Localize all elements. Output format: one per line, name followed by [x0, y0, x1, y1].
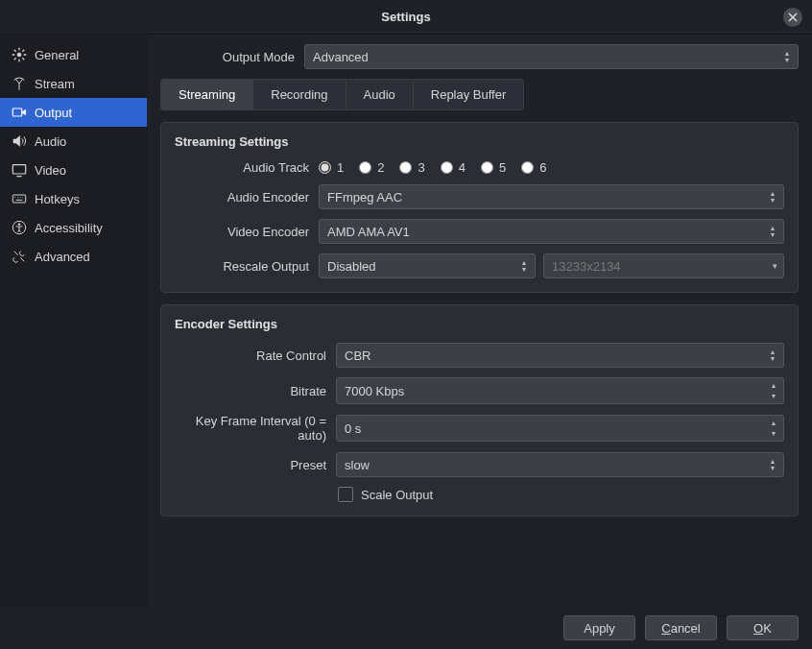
audio-track-1[interactable]: 1 — [319, 160, 344, 175]
sidebar-item-label: Accessibility — [35, 221, 103, 235]
audio-track-5[interactable]: 5 — [481, 160, 506, 175]
video-encoder-label: Video Encoder — [175, 225, 319, 239]
bitrate-label: Bitrate — [175, 384, 336, 398]
bitrate-input[interactable]: 7000 Kbps ▲▼ — [336, 377, 784, 404]
apply-button[interactable]: Apply — [563, 615, 635, 640]
svg-rect-3 — [12, 195, 25, 203]
svg-rect-1 — [12, 108, 21, 116]
sidebar-item-stream[interactable]: Stream — [0, 69, 147, 98]
sidebar-item-label: Audio — [35, 134, 66, 149]
preset-label: Preset — [175, 458, 336, 472]
svg-point-5 — [18, 224, 20, 226]
scale-output-checkbox[interactable] — [338, 487, 353, 502]
scale-output-label: Scale Output — [361, 488, 433, 502]
tab-streaming[interactable]: Streaming — [161, 80, 253, 109]
sidebar-item-audio[interactable]: Audio — [0, 127, 147, 156]
sidebar-item-video[interactable]: Video — [0, 156, 147, 184]
encoder-settings-title: Encoder Settings — [175, 317, 784, 331]
audio-track-radios: 1 2 3 4 5 6 — [319, 160, 546, 175]
audio-encoder-value: FFmpeg AAC — [327, 190, 402, 204]
sidebar-item-label: Stream — [35, 77, 75, 91]
keyframe-value: 0 s — [345, 421, 361, 436]
keyframe-input[interactable]: 0 s ▲▼ — [336, 415, 784, 442]
tab-replay-buffer[interactable]: Replay Buffer — [414, 80, 524, 109]
updown-icon: ▲▼ — [780, 47, 794, 66]
spin-up-icon[interactable]: ▲ — [767, 418, 780, 428]
streaming-settings-panel: Streaming Settings Audio Track 1 2 3 4 5… — [160, 122, 799, 293]
output-mode-select[interactable]: Advanced ▲▼ — [304, 44, 799, 69]
encoder-settings-panel: Encoder Settings Rate Control CBR ▲▼ Bit… — [160, 304, 799, 517]
audio-track-3[interactable]: 3 — [399, 160, 424, 175]
spin-up-icon[interactable]: ▲ — [767, 380, 780, 391]
updown-icon: ▲▼ — [766, 222, 779, 241]
output-tabs: Streaming Recording Audio Replay Buffer — [160, 79, 524, 110]
output-mode-value: Advanced — [313, 50, 369, 64]
video-encoder-select[interactable]: AMD AMA AV1 ▲▼ — [319, 219, 784, 244]
output-mode-label: Output Mode — [160, 50, 304, 64]
streaming-settings-title: Streaming Settings — [175, 134, 784, 149]
window-title: Settings — [381, 10, 430, 24]
footer: Apply Cancel OK — [0, 607, 812, 649]
rate-control-value: CBR — [345, 349, 370, 363]
sidebar: General Stream Output Audio Video Hotkey… — [0, 35, 147, 607]
cancel-button[interactable]: Cancel — [645, 615, 717, 640]
sidebar-item-hotkeys[interactable]: Hotkeys — [0, 184, 147, 213]
updown-icon: ▲▼ — [517, 256, 531, 276]
sidebar-item-advanced[interactable]: Advanced — [0, 242, 147, 271]
rescale-resolution-value: 13233x2134 — [552, 259, 621, 274]
speaker-icon — [12, 133, 27, 149]
tools-icon — [12, 249, 27, 264]
audio-track-label: Audio Track — [175, 160, 319, 175]
gear-icon — [12, 47, 27, 62]
audio-encoder-label: Audio Encoder — [175, 190, 319, 204]
content-panel: Output Mode Advanced ▲▼ Streaming Record… — [147, 35, 812, 607]
spin-down-icon[interactable]: ▼ — [767, 428, 780, 439]
keyframe-label: Key Frame Interval (0 = auto) — [175, 414, 336, 443]
close-icon — [788, 12, 798, 22]
rescale-output-select[interactable]: Disabled ▲▼ — [319, 253, 536, 278]
audio-encoder-select[interactable]: FFmpeg AAC ▲▼ — [319, 184, 784, 209]
bitrate-value: 7000 Kbps — [345, 384, 404, 398]
ok-button[interactable]: OK — [727, 615, 799, 640]
preset-value: slow — [345, 458, 370, 472]
updown-icon: ▲▼ — [766, 455, 779, 474]
sidebar-item-output[interactable]: Output — [0, 98, 147, 127]
svg-rect-2 — [12, 165, 25, 174]
spin-down-icon[interactable]: ▼ — [767, 391, 780, 401]
tab-recording[interactable]: Recording — [253, 80, 346, 109]
updown-icon: ▲▼ — [766, 187, 779, 206]
antenna-icon — [12, 76, 27, 91]
rescale-output-label: Rescale Output — [175, 259, 319, 274]
accessibility-icon — [12, 220, 27, 235]
sidebar-item-label: Hotkeys — [35, 192, 80, 206]
preset-select[interactable]: slow ▲▼ — [336, 452, 784, 477]
video-encoder-value: AMD AMA AV1 — [327, 225, 410, 239]
sidebar-item-accessibility[interactable]: Accessibility — [0, 213, 147, 242]
sidebar-item-label: Video — [35, 163, 66, 178]
output-icon — [12, 105, 27, 120]
rescale-resolution-input[interactable]: 13233x2134 ▾ — [543, 253, 784, 278]
titlebar: Settings — [0, 0, 812, 35]
keyboard-icon — [12, 191, 27, 206]
tab-audio[interactable]: Audio — [346, 80, 414, 109]
rate-control-label: Rate Control — [175, 349, 336, 363]
sidebar-item-general[interactable]: General — [0, 40, 147, 69]
close-button[interactable] — [783, 8, 802, 27]
chevron-down-icon: ▾ — [773, 261, 777, 271]
audio-track-4[interactable]: 4 — [441, 160, 466, 175]
rate-control-select[interactable]: CBR ▲▼ — [336, 343, 784, 368]
audio-track-6[interactable]: 6 — [521, 160, 546, 175]
monitor-icon — [12, 162, 27, 178]
audio-track-2[interactable]: 2 — [359, 160, 384, 175]
svg-point-0 — [17, 53, 21, 57]
sidebar-item-label: Advanced — [35, 250, 90, 264]
sidebar-item-label: General — [35, 48, 79, 62]
sidebar-item-label: Output — [35, 106, 72, 120]
updown-icon: ▲▼ — [766, 346, 779, 365]
rescale-output-value: Disabled — [327, 259, 376, 274]
